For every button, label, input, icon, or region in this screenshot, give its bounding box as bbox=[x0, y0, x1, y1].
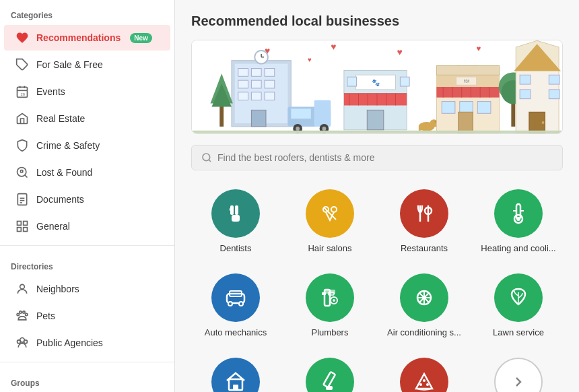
svg-rect-91 bbox=[460, 102, 473, 114]
svg-point-107 bbox=[542, 121, 545, 124]
calendar-icon: 26 bbox=[15, 84, 30, 99]
svg-rect-54 bbox=[291, 108, 310, 119]
category-lawn-service[interactable]: Lawn service bbox=[474, 268, 563, 344]
hair-salons-circle bbox=[306, 189, 354, 238]
sidebar-item-neighbors[interactable]: Neighbors bbox=[4, 276, 170, 302]
svg-rect-102 bbox=[520, 75, 531, 84]
svg-rect-8 bbox=[21, 170, 23, 172]
sidebar-item-public-agencies[interactable]: Public Agencies bbox=[4, 330, 170, 356]
heating-cooling-label: Heating and cooli... bbox=[481, 243, 555, 255]
svg-line-7 bbox=[25, 175, 28, 178]
dentists-label: Dentists bbox=[220, 243, 252, 255]
svg-point-151 bbox=[426, 383, 429, 386]
sidebar-item-lost-found[interactable]: Lost & Found bbox=[4, 160, 170, 185]
svg-rect-41 bbox=[265, 80, 275, 88]
svg-rect-16 bbox=[24, 228, 28, 232]
svg-point-109 bbox=[203, 154, 210, 161]
svg-point-58 bbox=[322, 127, 326, 131]
svg-point-17 bbox=[20, 284, 25, 289]
sidebar-item-recommendations-label: Recommendations bbox=[36, 32, 121, 43]
category-plumbers[interactable]: Plumbers bbox=[285, 268, 374, 344]
search-icon bbox=[201, 152, 212, 163]
svg-point-19 bbox=[20, 311, 22, 313]
svg-rect-95 bbox=[458, 112, 473, 133]
sidebar-item-events-label: Events bbox=[36, 86, 65, 97]
categories-grid: Dentists Hair salons Restaurants Heating… bbox=[191, 184, 563, 392]
svg-rect-92 bbox=[477, 102, 491, 114]
plumbers-label: Plumbers bbox=[312, 327, 349, 339]
sidebar-item-general[interactable]: General bbox=[4, 214, 170, 239]
category-restaurants[interactable]: Restaurants bbox=[380, 184, 469, 260]
sidebar-item-documents-label: Documents bbox=[36, 194, 84, 205]
search-input[interactable] bbox=[217, 152, 553, 163]
svg-rect-15 bbox=[18, 228, 22, 232]
svg-rect-71 bbox=[400, 77, 409, 86]
category-dentists[interactable]: Dentists bbox=[191, 184, 280, 260]
svg-point-114 bbox=[229, 208, 232, 211]
svg-rect-113 bbox=[232, 215, 240, 222]
pizza-places-circle bbox=[400, 358, 448, 392]
svg-rect-146 bbox=[233, 385, 238, 390]
see-more-circle bbox=[494, 358, 543, 392]
new-badge: New bbox=[130, 33, 152, 43]
category-air-conditioning[interactable]: Air conditioning s... bbox=[380, 268, 469, 344]
category-hair-salons[interactable]: Hair salons bbox=[285, 184, 374, 260]
svg-point-23 bbox=[24, 340, 28, 344]
svg-rect-96 bbox=[511, 104, 515, 127]
plumbers-circle bbox=[306, 273, 354, 322]
sidebar-item-pets[interactable]: Pets bbox=[4, 303, 170, 329]
svg-point-131 bbox=[240, 302, 242, 305]
svg-rect-39 bbox=[238, 80, 248, 88]
category-auto-mechanics[interactable]: Auto mechanics bbox=[191, 268, 280, 344]
main-content: Recommended local businesses ♥ ♥ ♥ ♥ ♥ bbox=[175, 0, 579, 392]
category-pizza-places[interactable]: Pizza places bbox=[380, 352, 469, 392]
sidebar-item-documents[interactable]: Documents bbox=[4, 187, 170, 212]
svg-text:♥: ♥ bbox=[331, 42, 336, 52]
sidebar-item-real-estate-label: Real Estate bbox=[36, 113, 85, 124]
svg-rect-105 bbox=[549, 90, 559, 99]
auto-mechanics-circle bbox=[211, 273, 260, 322]
svg-rect-76 bbox=[419, 125, 421, 131]
home-icon bbox=[15, 111, 30, 126]
sidebar-item-real-estate[interactable]: Real Estate bbox=[4, 106, 170, 131]
sidebar-item-for-sale[interactable]: For Sale & Free bbox=[4, 52, 170, 77]
categories-section-title: Categories bbox=[0, 0, 174, 24]
svg-rect-49 bbox=[219, 104, 224, 127]
lost-icon bbox=[15, 165, 30, 180]
svg-rect-13 bbox=[18, 222, 22, 226]
svg-rect-103 bbox=[549, 75, 559, 84]
dentists-circle bbox=[211, 189, 260, 238]
shield-icon bbox=[15, 138, 30, 153]
svg-text:🍽: 🍽 bbox=[464, 78, 469, 84]
sidebar-item-general-label: General bbox=[36, 221, 70, 232]
category-see-more[interactable]: See more bbox=[474, 352, 563, 392]
search-bar[interactable] bbox=[191, 145, 563, 170]
svg-rect-82 bbox=[436, 66, 499, 75]
sidebar-item-public-agencies-label: Public Agencies bbox=[36, 337, 103, 348]
svg-rect-77 bbox=[423, 125, 426, 131]
restaurants-label: Restaurants bbox=[401, 243, 448, 255]
air-conditioning-label: Air conditioning s... bbox=[387, 327, 461, 339]
hair-salons-label: Hair salons bbox=[308, 243, 351, 255]
category-house-painters[interactable]: House painters bbox=[285, 352, 374, 392]
agency-icon bbox=[15, 335, 30, 350]
sidebar-item-recommendations[interactable]: Recommendations New bbox=[4, 25, 170, 51]
lawn-service-label: Lawn service bbox=[493, 327, 544, 339]
svg-point-149 bbox=[423, 379, 425, 382]
sidebar-item-crime-safety[interactable]: Crime & Safety bbox=[4, 133, 170, 158]
svg-point-150 bbox=[419, 383, 422, 386]
svg-point-21 bbox=[26, 313, 28, 315]
house-painters-circle bbox=[306, 358, 354, 392]
category-heating-cooling[interactable]: Heating and cooli... bbox=[474, 184, 563, 260]
svg-text:🐾: 🐾 bbox=[372, 78, 380, 87]
heating-cooling-circle bbox=[494, 189, 543, 238]
category-real-estate-agents[interactable]: Real estate agents bbox=[191, 352, 280, 392]
sidebar-item-events[interactable]: 26 Events bbox=[4, 79, 170, 104]
restaurants-circle bbox=[400, 189, 448, 238]
air-conditioning-circle bbox=[400, 273, 448, 322]
svg-rect-40 bbox=[251, 80, 261, 88]
document-icon bbox=[15, 192, 30, 207]
svg-rect-36 bbox=[238, 69, 248, 77]
hero-illustration: ♥ ♥ ♥ ♥ ♥ bbox=[191, 40, 563, 134]
svg-rect-90 bbox=[442, 102, 455, 114]
